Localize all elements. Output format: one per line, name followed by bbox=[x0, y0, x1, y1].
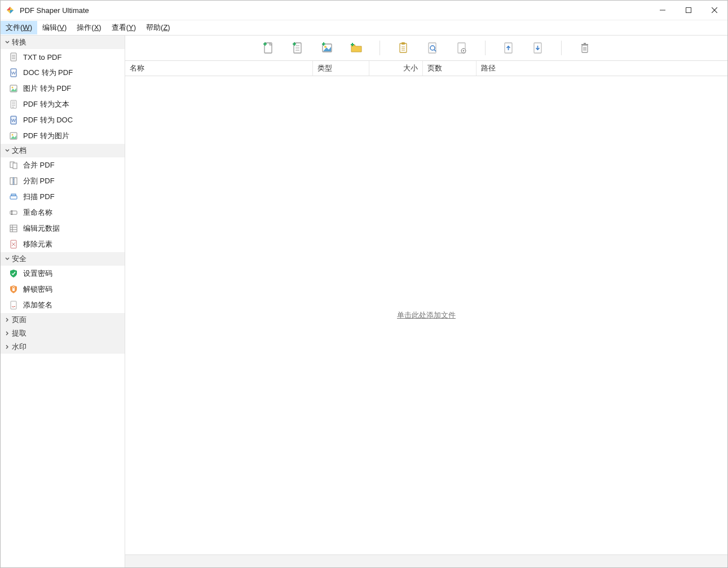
sidebar-item-label: PDF 转为 DOC bbox=[23, 115, 73, 125]
svg-rect-55 bbox=[400, 43, 407, 52]
svg-rect-1 bbox=[686, 8, 691, 13]
svg-text:W: W bbox=[11, 71, 16, 76]
sidebar-group-label: 水印 bbox=[12, 342, 27, 352]
sidebar-item-edit-meta[interactable]: 编辑元数据 bbox=[1, 221, 125, 236]
statusbar bbox=[125, 554, 727, 567]
sidebar-group-document[interactable]: 文档 bbox=[1, 144, 125, 157]
add-files-hint[interactable]: 单击此处添加文件 bbox=[397, 310, 456, 320]
column-path[interactable]: 路径 bbox=[476, 61, 727, 76]
svg-rect-56 bbox=[401, 42, 405, 45]
menu-help[interactable]: 帮助(Z) bbox=[141, 21, 175, 34]
svg-rect-28 bbox=[10, 211, 17, 214]
add-text-icon bbox=[291, 41, 305, 55]
sidebar-item-pdf-to-txt[interactable]: PDF 转为文本 bbox=[1, 96, 125, 112]
svg-rect-23 bbox=[10, 178, 13, 184]
doc-up-icon bbox=[502, 41, 515, 55]
maximize-button[interactable] bbox=[676, 1, 701, 20]
sidebar-item-add-signature[interactable]: 添加签名 bbox=[1, 297, 125, 313]
toolbar-add-image-button[interactable] bbox=[320, 41, 334, 55]
sidebar-group-label: 转换 bbox=[12, 37, 27, 47]
toolbar-buttons bbox=[261, 41, 592, 55]
chevron-right-icon bbox=[4, 331, 11, 336]
add-folder-icon bbox=[350, 41, 363, 55]
sidebar-item-pdf-to-img[interactable]: PDF 转为图片 bbox=[1, 128, 125, 144]
sidebar-item-rename[interactable]: 重命名称 bbox=[1, 205, 125, 221]
toolbar-delete-button[interactable] bbox=[577, 41, 592, 55]
file-list-area[interactable]: 单击此处添加文件 bbox=[125, 76, 727, 554]
close-button[interactable] bbox=[701, 1, 727, 20]
toolbar bbox=[125, 36, 727, 61]
toolbar-add-folder-button[interactable] bbox=[349, 41, 364, 55]
scanner-icon bbox=[8, 192, 19, 202]
body: 转换TXT to PDFWDOC 转为 PDF图片 转为 PDFPDF 转为文本… bbox=[1, 36, 727, 567]
toolbar-add-file-button[interactable] bbox=[261, 41, 276, 55]
svg-point-20 bbox=[12, 134, 14, 136]
sidebar-item-merge-pdf[interactable]: 合并 PDF bbox=[1, 157, 125, 173]
svg-rect-47 bbox=[294, 42, 295, 46]
svg-rect-26 bbox=[10, 196, 17, 199]
chevron-right-icon bbox=[4, 344, 11, 350]
sidebar-item-unlock-password[interactable]: 解锁密码 bbox=[1, 281, 125, 297]
sidebar-item-label: 扫描 PDF bbox=[23, 192, 55, 202]
chevron-down-icon bbox=[4, 39, 11, 45]
doc-gear-icon bbox=[455, 41, 469, 55]
sidebar-group-label: 提取 bbox=[12, 328, 27, 338]
toolbar-paste-button[interactable] bbox=[396, 41, 411, 55]
toolbar-separator bbox=[561, 41, 562, 55]
sidebar-item-split-pdf[interactable]: 分割 PDF bbox=[1, 173, 125, 189]
toolbar-move-up-button[interactable] bbox=[501, 41, 516, 55]
doc-text-icon bbox=[8, 52, 19, 62]
minimize-button[interactable] bbox=[650, 1, 676, 20]
doc-merge-icon bbox=[8, 160, 19, 170]
toolbar-settings-button[interactable] bbox=[455, 41, 469, 55]
column-name[interactable]: 名称 bbox=[125, 61, 313, 76]
menu-edit[interactable]: 编辑(V) bbox=[37, 21, 72, 34]
sidebar-item-label: 重命名称 bbox=[23, 208, 52, 218]
svg-point-11 bbox=[12, 87, 14, 89]
sidebar-item-set-password[interactable]: 设置密码 bbox=[1, 266, 125, 281]
doc-split-icon bbox=[8, 176, 19, 186]
toolbar-separator bbox=[485, 41, 486, 55]
svg-rect-54 bbox=[352, 43, 353, 46]
sidebar-group-watermark[interactable]: 水印 bbox=[1, 340, 125, 354]
app-window: PDF Shaper Ultimate 文件(W)编辑(V)操作(X)查看(Y)… bbox=[0, 0, 728, 568]
add-file-icon bbox=[262, 41, 275, 55]
trash-icon bbox=[578, 41, 592, 55]
sidebar-item-txt-to-pdf[interactable]: TXT to PDF bbox=[1, 49, 125, 65]
chevron-down-icon bbox=[4, 148, 11, 153]
magnify-doc-icon bbox=[426, 41, 439, 55]
sidebar-item-label: 移除元素 bbox=[23, 239, 52, 249]
sidebar-item-pdf-to-doc[interactable]: WPDF 转为 DOC bbox=[1, 112, 125, 128]
doc-down-icon bbox=[531, 41, 545, 55]
toolbar-add-text-button[interactable] bbox=[290, 41, 305, 55]
sidebar-group-label: 安全 bbox=[12, 254, 27, 264]
sidebar-item-label: 合并 PDF bbox=[23, 160, 55, 170]
signature-icon bbox=[8, 300, 19, 310]
sidebar-item-label: DOC 转为 PDF bbox=[23, 68, 73, 78]
sidebar-item-img-to-pdf[interactable]: 图片 转为 PDF bbox=[1, 81, 125, 96]
sidebar: 转换TXT to PDFWDOC 转为 PDF图片 转为 PDFPDF 转为文本… bbox=[1, 36, 125, 567]
sidebar-item-scan-pdf[interactable]: 扫描 PDF bbox=[1, 189, 125, 205]
sidebar-group-extract[interactable]: 提取 bbox=[1, 327, 125, 340]
sidebar-item-label: TXT to PDF bbox=[23, 53, 61, 61]
sidebar-group-security[interactable]: 安全 bbox=[1, 252, 125, 266]
column-size[interactable]: 大小 bbox=[369, 61, 423, 76]
sidebar-item-doc-to-pdf[interactable]: WDOC 转为 PDF bbox=[1, 65, 125, 81]
doc-image-icon bbox=[8, 83, 19, 94]
toolbar-move-down-button[interactable] bbox=[531, 41, 545, 55]
doc-lines-icon bbox=[8, 99, 19, 109]
column-type[interactable]: 类型 bbox=[313, 61, 369, 76]
svg-rect-27 bbox=[11, 194, 16, 196]
svg-point-65 bbox=[462, 50, 464, 52]
menu-view[interactable]: 查看(Y) bbox=[107, 21, 141, 34]
menu-action[interactable]: 操作(X) bbox=[72, 21, 106, 34]
sidebar-item-label: PDF 转为图片 bbox=[23, 131, 69, 141]
menu-file[interactable]: 文件(W) bbox=[1, 21, 37, 34]
column-pages[interactable]: 页数 bbox=[423, 61, 476, 76]
svg-point-49 bbox=[324, 46, 327, 48]
sidebar-group-page[interactable]: 页面 bbox=[1, 313, 125, 327]
sidebar-item-remove-elem[interactable]: 移除元素 bbox=[1, 236, 125, 252]
doc-remove-icon bbox=[8, 239, 19, 249]
toolbar-preview-button[interactable] bbox=[425, 41, 440, 55]
sidebar-group-convert[interactable]: 转换 bbox=[1, 36, 125, 49]
